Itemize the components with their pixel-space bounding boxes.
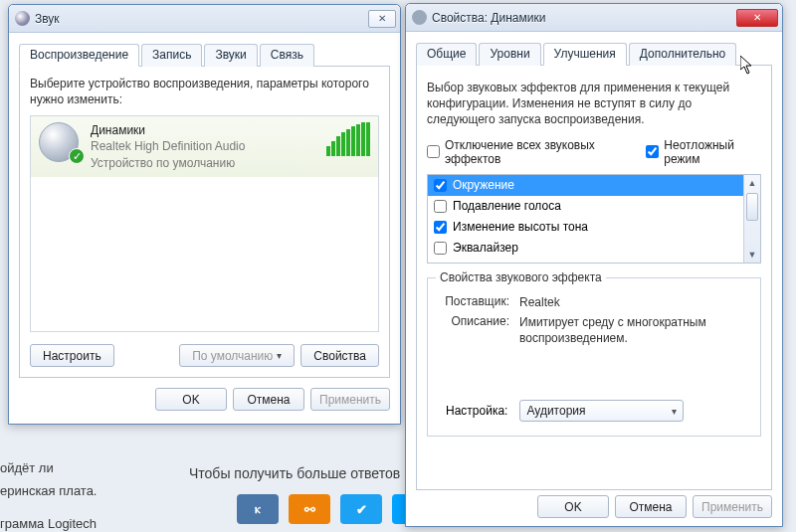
close-icon[interactable]: ✕ <box>736 9 778 27</box>
default-check-icon: ✓ <box>69 148 85 164</box>
apply-button[interactable]: Применить <box>310 388 390 411</box>
close-icon[interactable]: ✕ <box>368 10 396 28</box>
bg-text-2: еринская плата. <box>0 483 97 498</box>
setting-label: Настройка: <box>446 404 507 418</box>
tab-record[interactable]: Запись <box>141 44 202 67</box>
bg-text-3: грамма Logitech <box>0 516 97 531</box>
device-driver: Realtek High Definition Audio <box>91 138 312 154</box>
vendor-label: Поставщик: <box>438 294 509 310</box>
effect-pitch-label: Изменение высоты тона <box>453 220 588 234</box>
bg-text-1: ойдёт ли <box>0 460 54 475</box>
properties-title: Свойства: Динамики <box>432 11 736 25</box>
properties-tabs: Общие Уровни Улучшения Дополнительно <box>416 42 772 66</box>
apply-button[interactable]: Применить <box>693 495 772 518</box>
effect-surround-checkbox[interactable] <box>434 179 447 192</box>
ok-button[interactable]: OK <box>537 495 609 518</box>
level-meter <box>326 122 370 156</box>
more-answers-text: Чтобы получить больше ответов <box>189 465 400 481</box>
properties-window: Свойства: Динамики ✕ Общие Уровни Улучше… <box>405 3 783 527</box>
setting-combobox[interactable]: Аудитория <box>519 400 684 422</box>
vendor-value: Realtek <box>519 294 750 310</box>
scroll-down-icon[interactable]: ▼ <box>744 247 760 263</box>
properties-titlebar[interactable]: Свойства: Динамики ✕ <box>406 4 782 32</box>
setting-value: Аудитория <box>526 404 585 418</box>
effect-surround-label: Окружение <box>453 178 514 192</box>
effect-voice-checkbox[interactable] <box>434 200 447 213</box>
enhancements-description: Выбор звуковых эффектов для применения к… <box>427 80 761 128</box>
description-value: Имитирует среду с многократным воспроизв… <box>519 314 750 346</box>
device-status: Устройство по умолчанию <box>91 155 312 171</box>
effect-voice-suppress[interactable]: Подавление голоса <box>428 196 743 217</box>
set-default-button[interactable]: По умолчанию <box>179 344 295 367</box>
effects-scrollbar[interactable]: ▲ ▼ <box>743 175 760 263</box>
share-vk-button[interactable]: ⲕ <box>237 494 279 524</box>
effect-properties-group: Свойства звукового эффекта Поставщик: Re… <box>427 277 761 438</box>
window-icon <box>412 10 427 25</box>
sound-tabs: Воспроизведение Запись Звуки Связь <box>19 43 390 67</box>
scroll-up-icon[interactable]: ▲ <box>744 175 760 191</box>
effect-properties-title: Свойства звукового эффекта <box>436 270 606 284</box>
effect-voice-label: Подавление голоса <box>453 199 561 213</box>
urgent-mode-input[interactable] <box>646 145 659 158</box>
tab-advanced[interactable]: Дополнительно <box>629 43 736 66</box>
share-twitter-button[interactable]: ✔ <box>340 494 382 524</box>
tab-playback[interactable]: Воспроизведение <box>19 44 139 67</box>
playback-hint: Выберите устройство воспроизведения, пар… <box>30 77 379 107</box>
sound-titlebar[interactable]: Звук ✕ <box>9 5 400 33</box>
device-item-speakers[interactable]: ✓ Динамики Realtek High Definition Audio… <box>31 116 378 177</box>
sound-window: Звук ✕ Воспроизведение Запись Звуки Связ… <box>8 4 401 425</box>
configure-button[interactable]: Настроить <box>30 344 114 367</box>
cancel-button[interactable]: Отмена <box>615 495 687 518</box>
tab-general[interactable]: Общие <box>416 43 477 66</box>
device-list[interactable]: ✓ Динамики Realtek High Definition Audio… <box>30 115 379 332</box>
tab-communication[interactable]: Связь <box>260 44 314 67</box>
tab-enhancements[interactable]: Улучшения <box>543 43 627 66</box>
description-label: Описание: <box>438 314 509 346</box>
effect-eq-checkbox[interactable] <box>434 242 447 255</box>
disable-all-effects-input[interactable] <box>427 145 440 158</box>
urgent-mode-label: Неотложный режим <box>664 138 761 166</box>
tab-sounds[interactable]: Звуки <box>204 44 257 67</box>
scroll-thumb[interactable] <box>746 193 758 221</box>
share-ok-button[interactable]: ⚯ <box>289 494 330 524</box>
device-name: Динамики <box>91 122 312 138</box>
effects-list[interactable]: Окружение Подавление голоса Изменение вы… <box>427 174 761 264</box>
properties-button[interactable]: Свойства <box>300 344 379 367</box>
urgent-mode-checkbox[interactable]: Неотложный режим <box>646 138 761 166</box>
disable-all-effects-label: Отключение всех звуковых эффектов <box>445 138 632 166</box>
cancel-button[interactable]: Отмена <box>233 388 304 411</box>
effect-pitch-shift[interactable]: Изменение высоты тона <box>428 217 743 238</box>
ok-button[interactable]: OK <box>155 388 227 411</box>
disable-all-effects-checkbox[interactable]: Отключение всех звуковых эффектов <box>427 138 632 166</box>
effect-eq-label: Эквалайзер <box>453 241 518 255</box>
sound-title: Звук <box>35 12 368 26</box>
effect-pitch-checkbox[interactable] <box>434 221 447 234</box>
effect-equalizer[interactable]: Эквалайзер <box>428 238 743 259</box>
tab-levels[interactable]: Уровни <box>479 43 540 66</box>
effect-surround[interactable]: Окружение <box>428 175 743 196</box>
speaker-icon <box>15 11 30 26</box>
